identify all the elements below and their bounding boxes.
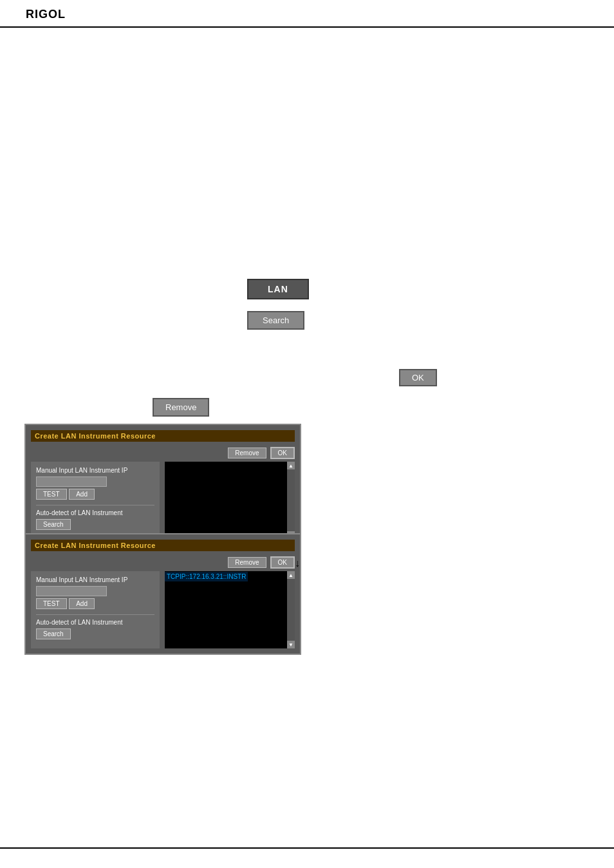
ok-button-area: OK [399, 369, 437, 386]
dialog1-search-btn[interactable]: Search [36, 519, 71, 530]
ok-cursor-icon: ↓ [295, 558, 300, 569]
create-lan-dialog-1: Create LAN Instrument Resource Remove OK… [24, 424, 301, 545]
dialog1-title: Create LAN Instrument Resource [31, 430, 295, 442]
dialog1-inner: Manual Input LAN Instrument IP TEST Add … [31, 462, 295, 539]
page-footer [0, 847, 614, 868]
dialog1-ok-btn[interactable]: OK [270, 447, 295, 459]
create-lan-dialog-2: Create LAN Instrument Resource Remove OK… [24, 533, 301, 655]
dialog2-manual-label: Manual Input LAN Instrument IP [36, 576, 154, 583]
brand-logo: RIGOL [26, 8, 66, 21]
main-content: LAN Search OK Remove Create LAN Instrume… [0, 28, 614, 53]
ok-button[interactable]: OK [399, 369, 437, 386]
dialog1-result-panel: ▲ ▼ [165, 462, 295, 539]
dialog1-separator [36, 505, 154, 505]
dialog2-test-btn[interactable]: TEST [36, 598, 67, 609]
dialog1-top-buttons: Remove OK [31, 447, 295, 459]
dialog1-left-panel: Manual Input LAN Instrument IP TEST Add … [31, 462, 160, 539]
remove-button[interactable]: Remove [153, 398, 209, 417]
search-button-area: Search [247, 311, 304, 330]
page-header: RIGOL [0, 0, 614, 28]
dialog1-manual-label: Manual Input LAN Instrument IP [36, 467, 154, 474]
lan-button-area: LAN [247, 279, 309, 299]
dialog1-auto-label: Auto-detect of LAN Instrument [36, 509, 154, 516]
dialog1-remove-btn[interactable]: Remove [228, 448, 266, 458]
dialog2-scroll-down[interactable]: ▼ [287, 641, 295, 648]
dialog2-search-btn[interactable]: Search [36, 628, 71, 639]
dialog2-title: Create LAN Instrument Resource [31, 540, 295, 551]
dialog2-add-btn[interactable]: Add [69, 598, 95, 609]
dialog2-ok-btn[interactable]: OK [270, 556, 295, 569]
lan-button[interactable]: LAN [247, 279, 309, 299]
dialog2-top-buttons: Remove OK ↓ [31, 556, 295, 569]
dialog1-scroll-up[interactable]: ▲ [287, 462, 295, 469]
dialog2-scrollbar[interactable]: ▲ ▼ [287, 571, 295, 648]
dialog2-separator [36, 614, 154, 615]
dialog2-inner: Manual Input LAN Instrument IP TEST Add … [31, 571, 295, 648]
dialog1-test-btn[interactable]: TEST [36, 489, 67, 500]
dialog1-add-btn[interactable]: Add [69, 489, 95, 500]
dialog2-result-panel: TCPIP::172.16.3.21::INSTR ▲ ▼ [165, 571, 295, 648]
dialog1-ip-input[interactable] [36, 476, 107, 487]
dialog2-result-item[interactable]: TCPIP::172.16.3.21::INSTR [165, 572, 248, 581]
dialog2-left-panel: Manual Input LAN Instrument IP TEST Add … [31, 571, 160, 648]
dialog2-remove-btn[interactable]: Remove [228, 557, 266, 568]
dialog2-auto-label: Auto-detect of LAN Instrument [36, 619, 154, 626]
dialog2-ip-input[interactable] [36, 586, 107, 596]
remove-button-area: Remove [153, 398, 209, 417]
dialog2-scroll-up[interactable]: ▲ [287, 571, 295, 579]
dialog1-scrollbar[interactable]: ▲ ▼ [287, 462, 295, 539]
search-button[interactable]: Search [247, 311, 304, 330]
